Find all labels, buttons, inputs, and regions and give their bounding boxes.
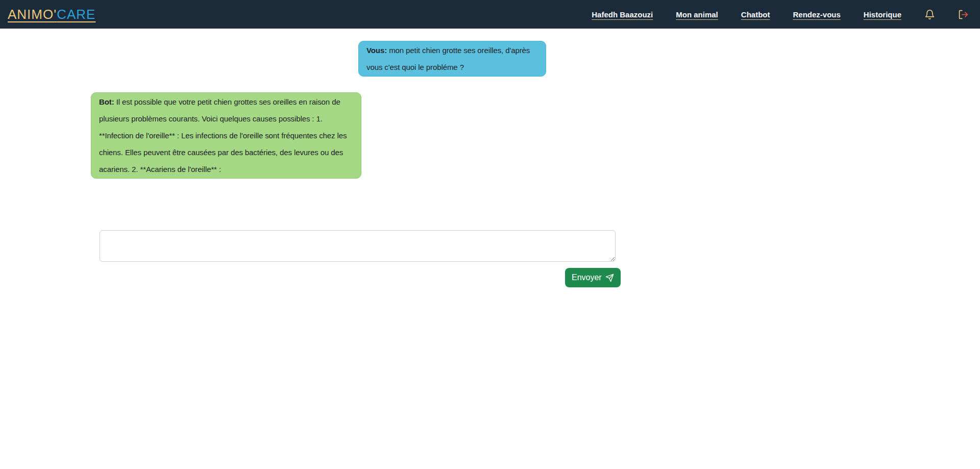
message-sender-label: Bot:	[99, 97, 114, 106]
send-icon	[605, 274, 614, 282]
navbar-links: Hafedh Baazouzi Mon animal Chatbot Rende…	[592, 9, 969, 20]
nav-link-mon-animal[interactable]: Mon animal	[676, 10, 718, 19]
send-button-label: Envoyer	[572, 273, 602, 282]
nav-link-profile[interactable]: Hafedh Baazouzi	[592, 10, 653, 19]
nav-link-chatbot[interactable]: Chatbot	[741, 10, 770, 19]
chat-message-bot: Bot: Il est possible que votre petit chi…	[91, 92, 361, 179]
nav-link-historique[interactable]: Historique	[864, 10, 901, 19]
brand-logo[interactable]: ANIMO'CARE	[8, 7, 95, 22]
chat-input[interactable]	[100, 230, 616, 262]
brand-part-care: CARE	[57, 7, 95, 22]
message-text: Il est possible que votre petit chien gr…	[99, 97, 347, 174]
nav-link-rendez-vous[interactable]: Rendez-vous	[793, 10, 840, 19]
navbar: ANIMO'CARE Hafedh Baazouzi Mon animal Ch…	[0, 0, 980, 29]
logout-icon[interactable]	[958, 9, 969, 20]
send-button[interactable]: Envoyer	[565, 268, 621, 287]
chat-message-user: Vous: mon petit chien grotte ses oreille…	[358, 41, 546, 77]
message-text: mon petit chien grotte ses oreilles, d'a…	[366, 46, 530, 71]
message-sender-label: Vous:	[366, 46, 387, 55]
bell-icon[interactable]	[924, 9, 935, 20]
brand-part-animo: ANIMO'	[8, 7, 57, 22]
